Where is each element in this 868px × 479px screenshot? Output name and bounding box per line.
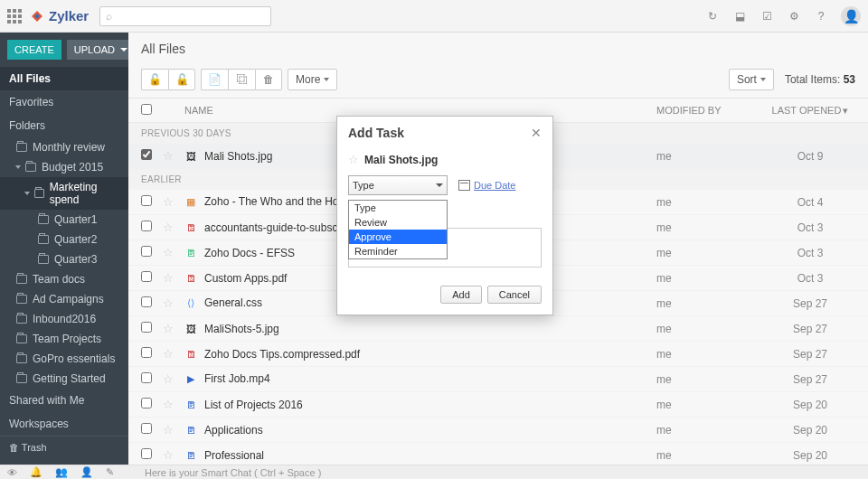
- sync-icon[interactable]: ↻: [705, 9, 720, 23]
- upload-button[interactable]: UPLOAD: [67, 40, 135, 60]
- row-checkbox[interactable]: [141, 296, 152, 307]
- sidebar-shared[interactable]: Shared with Me: [0, 389, 128, 412]
- folder-inbound2016[interactable]: Inbound2016: [0, 309, 128, 329]
- file-modified-by: me: [656, 221, 765, 234]
- brand-name: Zylker: [49, 8, 89, 23]
- user-icon[interactable]: 👤: [80, 466, 93, 478]
- sidebar-folders-header[interactable]: Folders: [0, 114, 128, 137]
- cancel-button[interactable]: Cancel: [487, 286, 542, 304]
- presence-icon[interactable]: 👁: [7, 467, 17, 478]
- pdf-icon: 🖺: [184, 221, 197, 234]
- col-modified-by[interactable]: MODIFIED BY: [656, 105, 765, 116]
- row-checkbox[interactable]: [141, 149, 152, 160]
- move-button[interactable]: 📄: [201, 69, 228, 90]
- star-icon[interactable]: ☆: [163, 271, 174, 285]
- star-icon[interactable]: ☆: [163, 296, 174, 310]
- search-input[interactable]: [116, 10, 265, 23]
- search-box[interactable]: ⌕: [99, 6, 271, 26]
- user-avatar[interactable]: 👤: [841, 6, 861, 26]
- file-row[interactable]: ☆🖹List of Projects 2016meSep 20: [128, 392, 868, 418]
- star-icon[interactable]: ☆: [163, 246, 174, 259]
- star-icon[interactable]: ☆: [163, 195, 174, 209]
- star-icon[interactable]: ☆: [348, 153, 359, 166]
- star-icon[interactable]: ☆: [163, 372, 174, 386]
- star-icon[interactable]: ☆: [163, 398, 174, 411]
- row-checkbox[interactable]: [141, 271, 152, 282]
- brand-logo[interactable]: Zylker: [29, 8, 89, 24]
- file-row[interactable]: ☆🖹ApplicationsmeSep 20: [128, 418, 868, 443]
- folder-quarter1[interactable]: Quarter1: [0, 210, 128, 230]
- tasks-icon[interactable]: ☑: [760, 9, 774, 23]
- row-checkbox[interactable]: [141, 448, 152, 459]
- star-icon[interactable]: ☆: [163, 149, 174, 163]
- chat-icon[interactable]: ✎: [106, 466, 114, 478]
- close-icon[interactable]: ✕: [531, 126, 542, 140]
- add-button[interactable]: Add: [440, 286, 482, 304]
- doc-icon: 🖹: [184, 399, 197, 411]
- type-option-approve[interactable]: Approve: [349, 230, 447, 244]
- file-row[interactable]: ☆🖼MaliShots-5.jpgmeSep 27: [128, 316, 868, 342]
- star-icon[interactable]: ☆: [163, 322, 174, 335]
- folder-monthly-review[interactable]: Monthly review: [0, 137, 128, 157]
- sidebar-trash[interactable]: 🗑 Trash: [0, 437, 128, 458]
- file-modified-by: me: [656, 399, 765, 411]
- row-checkbox[interactable]: [141, 322, 152, 333]
- topbar: Zylker ⌕ ↻ ⬓ ☑ ⚙ ? 👤: [0, 0, 868, 33]
- delete-button[interactable]: 🗑: [255, 69, 282, 90]
- star-icon[interactable]: ☆: [163, 347, 174, 361]
- help-icon[interactable]: ?: [814, 9, 828, 23]
- star-icon[interactable]: ☆: [163, 221, 174, 234]
- create-button[interactable]: CREATE: [7, 40, 61, 60]
- folder-team-docs[interactable]: Team docs: [0, 269, 128, 289]
- type-select[interactable]: Type: [348, 175, 448, 195]
- notify-icon[interactable]: 🔔: [30, 466, 42, 478]
- row-checkbox[interactable]: [141, 195, 152, 206]
- row-checkbox[interactable]: [141, 423, 152, 434]
- col-last-opened[interactable]: LAST OPENED▾: [765, 105, 855, 117]
- type-selected: Type: [353, 180, 374, 191]
- folder-icon: [16, 295, 27, 304]
- star-icon[interactable]: ☆: [163, 423, 174, 437]
- folder-label: Team Projects: [33, 333, 101, 345]
- folder-ad-campaigns[interactable]: Ad Campaigns: [0, 289, 128, 309]
- folder-team-projects[interactable]: Team Projects: [0, 329, 128, 349]
- settings-icon[interactable]: ⚙: [787, 9, 801, 23]
- apps-grid-icon[interactable]: [7, 9, 22, 23]
- share-ext-button[interactable]: 🔓̣: [168, 69, 195, 90]
- due-date-link[interactable]: Due Date: [458, 180, 515, 191]
- copy-button[interactable]: ⿻: [228, 69, 255, 90]
- folder-budget-2015[interactable]: Budget 2015: [0, 157, 128, 177]
- col-name[interactable]: NAME: [184, 105, 656, 116]
- contacts-icon[interactable]: 👥: [55, 466, 68, 478]
- folder-quarter2[interactable]: Quarter2: [0, 230, 128, 249]
- row-checkbox[interactable]: [141, 347, 152, 358]
- dropbox-icon[interactable]: ⬓: [732, 9, 747, 23]
- file-row[interactable]: ☆🖹ProfessionalmeSep 20: [128, 443, 868, 465]
- type-option-review[interactable]: Review: [349, 215, 447, 230]
- folder-marketing-spend[interactable]: Marketing spend: [0, 177, 128, 210]
- row-checkbox[interactable]: [141, 372, 152, 383]
- more-button[interactable]: More: [288, 69, 337, 90]
- folder-label: Budget 2015: [42, 161, 103, 174]
- type-option-reminder[interactable]: Reminder: [349, 244, 447, 258]
- sidebar-workspaces[interactable]: Workspaces: [0, 412, 128, 436]
- file-row[interactable]: ☆🖺Zoho Docs Tips.compressed.pdfmeSep 27: [128, 342, 868, 367]
- sidebar-all-files[interactable]: All Files: [0, 67, 128, 90]
- row-checkbox[interactable]: [141, 221, 152, 231]
- file-row[interactable]: ☆▶First Job.mp4meSep 27: [128, 367, 868, 392]
- file-name: List of Projects 2016: [204, 399, 303, 411]
- folder-getting-started[interactable]: Getting Started: [0, 369, 128, 389]
- select-all-checkbox[interactable]: [141, 104, 152, 115]
- row-checkbox[interactable]: [141, 246, 152, 257]
- share-button[interactable]: 🔓: [141, 69, 168, 90]
- type-option-type[interactable]: Type: [349, 201, 447, 215]
- file-opened: Oct 9: [765, 150, 855, 163]
- star-icon[interactable]: ☆: [163, 448, 174, 462]
- folder-gopro-essentials[interactable]: GoPro essentials: [0, 349, 128, 369]
- row-checkbox[interactable]: [141, 398, 152, 409]
- sort-button[interactable]: Sort: [729, 69, 774, 90]
- caret-down-icon: [436, 183, 443, 187]
- sidebar-favorites[interactable]: Favorites: [0, 90, 128, 114]
- search-icon: ⌕: [106, 10, 112, 23]
- folder-quarter3[interactable]: Quarter3: [0, 249, 128, 269]
